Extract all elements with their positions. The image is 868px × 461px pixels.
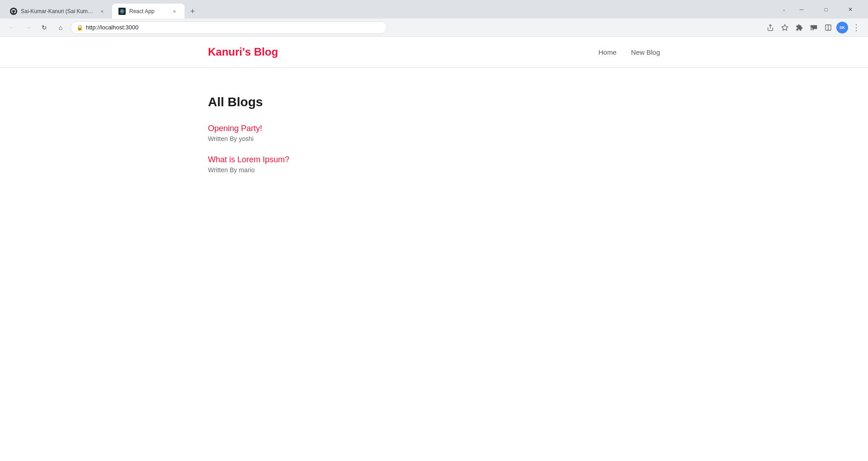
tab-2-close[interactable]: × [171, 8, 178, 15]
new-tab-button[interactable]: + [186, 5, 199, 18]
tab-dropdown-button[interactable]: ⌄ [780, 6, 788, 13]
blog-item-author-2: Written By mario [208, 166, 660, 174]
forward-button[interactable]: → [22, 21, 34, 34]
tab-react[interactable]: React App × [112, 4, 184, 19]
site-navbar: Kanuri's Blog Home New Blog [0, 37, 868, 68]
maximize-button[interactable]: □ [816, 2, 836, 17]
back-button[interactable]: ← [5, 21, 18, 34]
github-favicon [10, 8, 17, 15]
tab-github[interactable]: Sai-Kumar-Kanuri (Sai Kumar Ka... × [4, 4, 112, 19]
blog-list-container: All Blogs Opening Party! Written By yosh… [0, 68, 868, 213]
blog-item: Opening Party! Written By yoshi [208, 124, 660, 142]
react-favicon [118, 8, 126, 15]
website-content: Kanuri's Blog Home New Blog All Blogs Op… [0, 37, 868, 461]
window-controls: ⌄ ─ □ ✕ [780, 2, 864, 17]
tab-strip: Sai-Kumar-Kanuri (Sai Kumar Ka... × Reac… [4, 0, 780, 19]
title-bar: Sai-Kumar-Kanuri (Sai Kumar Ka... × Reac… [0, 0, 868, 19]
share-button[interactable] [764, 21, 777, 34]
tab-1-title: Sai-Kumar-Kanuri (Sai Kumar Ka... [21, 8, 95, 14]
reload-button[interactable]: ↻ [38, 21, 51, 34]
blog-item: What is Lorem Ipsum? Written By mario [208, 155, 660, 174]
browser-chrome: Sai-Kumar-Kanuri (Sai Kumar Ka... × Reac… [0, 0, 868, 37]
blog-list-heading: All Blogs [208, 95, 660, 109]
site-logo[interactable]: Kanuri's Blog [208, 46, 278, 58]
nav-new-blog-link[interactable]: New Blog [631, 48, 660, 56]
blog-item-title-1[interactable]: Opening Party! [208, 124, 660, 133]
split-view-button[interactable] [822, 21, 835, 34]
site-nav-links: Home New Blog [599, 48, 660, 56]
media-router-button[interactable] [807, 21, 820, 34]
svg-point-0 [122, 10, 123, 12]
toolbar: ← → ↻ ⌂ 🔒 http://localhost:3000 [0, 19, 868, 37]
home-button[interactable]: ⌂ [54, 21, 67, 34]
svg-marker-5 [782, 24, 788, 30]
nav-home-link[interactable]: Home [599, 48, 617, 56]
bookmark-button[interactable] [778, 21, 791, 34]
profile-avatar[interactable]: SK [836, 22, 848, 33]
extensions-button[interactable] [793, 21, 806, 34]
chrome-menu-button[interactable]: ⋮ [850, 21, 863, 34]
blog-item-author-1: Written By yoshi [208, 135, 660, 142]
tab-1-close[interactable]: × [99, 8, 106, 15]
minimize-button[interactable]: ─ [791, 2, 812, 17]
url-display: http://localhost:3000 [86, 24, 381, 31]
close-button[interactable]: ✕ [840, 2, 861, 17]
address-bar[interactable]: 🔒 http://localhost:3000 [71, 21, 387, 34]
toolbar-right: SK ⋮ [764, 21, 863, 34]
blog-item-title-2[interactable]: What is Lorem Ipsum? [208, 155, 660, 165]
tab-2-title: React App [129, 8, 167, 14]
